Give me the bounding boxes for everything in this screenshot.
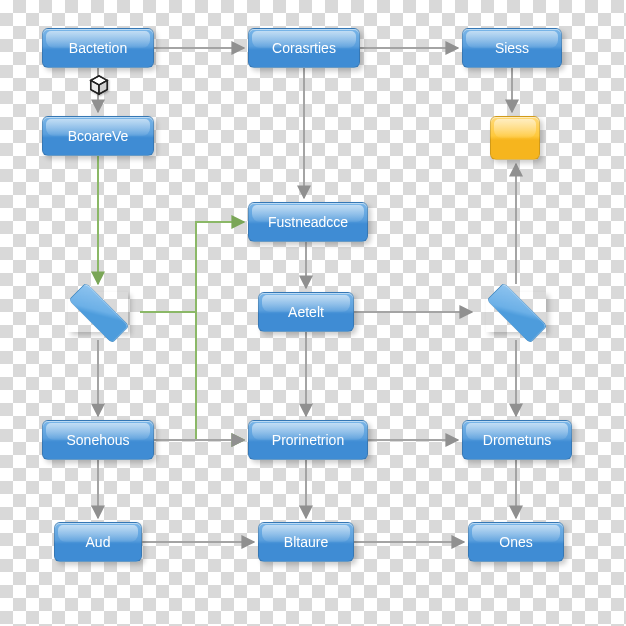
node-label: Sonehous [66,432,129,448]
node-label: Bactetion [69,40,127,56]
node-label: Siess [495,40,529,56]
node-prorinetrion[interactable]: Prorinetrion [248,420,368,460]
node-label: Fustneadcce [268,214,348,230]
node-label: Prorinetrion [272,432,344,448]
node-corasrties[interactable]: Corasrties [248,28,360,68]
node-label: Aetelt [288,304,324,320]
node-label: Corasrties [272,40,336,56]
decision-right[interactable] [486,292,546,332]
node-aetelt[interactable]: Aetelt [258,292,354,332]
node-sonehous[interactable]: Sonehous [42,420,154,460]
node-aud[interactable]: Aud [54,522,142,562]
node-label: Bltaure [284,534,328,550]
flowchart-canvas: Bactetion Corasrties Siess BcoareVe Fust… [0,0,626,626]
connector [196,222,244,440]
connector [140,222,244,312]
node-bcoareve[interactable]: BcoareVe [42,116,154,156]
node-ones[interactable]: Ones [468,522,564,562]
node-fustneadcce[interactable]: Fustneadcce [248,202,368,242]
node-siess[interactable]: Siess [462,28,562,68]
node-bactetion[interactable]: Bactetion [42,28,154,68]
node-label: Drometuns [483,432,551,448]
node-bltaure[interactable]: Bltaure [258,522,354,562]
node-drometuns[interactable]: Drometuns [462,420,572,460]
node-label: BcoareVe [68,128,129,144]
node-label: Ones [499,534,532,550]
cube-icon [88,74,110,101]
node-label: Aud [86,534,111,550]
node-amber[interactable] [490,116,540,160]
decision-left[interactable] [68,292,128,332]
